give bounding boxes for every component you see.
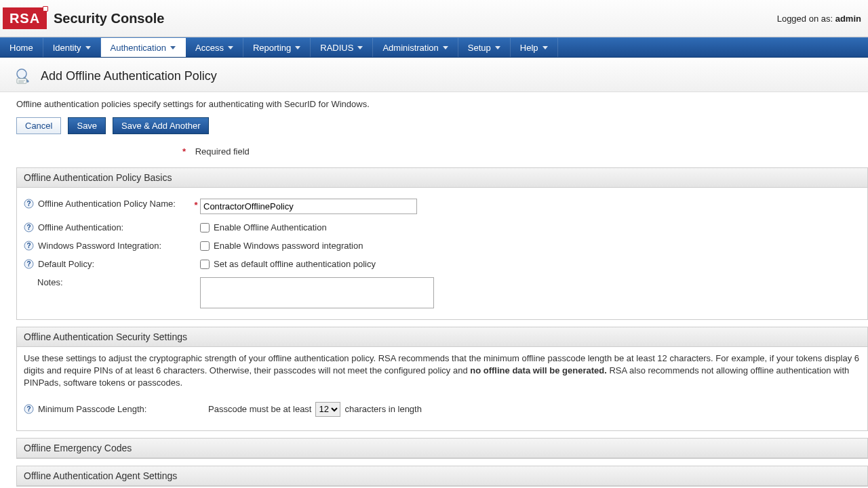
row-min-passcode: ? Minimum Passcode Length: Passcode must…	[22, 398, 862, 424]
policy-icon	[15, 67, 33, 85]
svg-text:?: ?	[26, 260, 31, 268]
chevron-down-icon	[357, 46, 363, 49]
nav-label: Home	[9, 43, 33, 53]
section-emergency-header: Offline Emergency Codes	[17, 439, 867, 458]
help-icon[interactable]: ?	[24, 404, 34, 414]
chevron-down-icon	[85, 46, 91, 49]
content-area: Add Offline Authentication Policy Offlin…	[0, 58, 868, 488]
nav-help[interactable]: Help	[511, 38, 558, 57]
required-note: * Required field	[0, 144, 868, 163]
policy-name-label: Offline Authentication Policy Name:	[38, 199, 176, 209]
nav-label: Reporting	[253, 43, 291, 53]
windows-password-label: Windows Password Integration:	[38, 241, 161, 251]
svg-text:?: ?	[26, 200, 31, 207]
chevron-down-icon	[495, 46, 500, 49]
security-text-bold: no offline data will be generated.	[470, 365, 607, 375]
nav-setup[interactable]: Setup	[458, 38, 511, 57]
nav-label: Setup	[468, 43, 491, 53]
section-basics-header: Offline Authentication Policy Basics	[17, 168, 867, 188]
chevron-down-icon	[170, 46, 176, 49]
nav-identity[interactable]: Identity	[43, 38, 101, 57]
row-policy-name: ? Offline Authentication Policy Name: *	[22, 195, 862, 218]
save-add-another-button[interactable]: Save & Add Another	[113, 117, 209, 134]
default-policy-label: Default Policy:	[38, 259, 94, 269]
rsa-logo: RSA	[3, 7, 47, 29]
nav-authentication[interactable]: Authentication	[101, 38, 186, 57]
windows-password-checkbox[interactable]	[200, 241, 210, 251]
security-description: Use these settings to adjust the cryptog…	[17, 347, 867, 398]
login-info: Logged on as: admin	[777, 14, 861, 24]
chevron-down-icon	[295, 46, 300, 49]
notes-label: Notes:	[37, 277, 63, 287]
section-security-body: ? Minimum Passcode Length: Passcode must…	[17, 398, 867, 430]
policy-name-input[interactable]	[200, 199, 417, 214]
page-description: Offline authentication policies specify …	[0, 92, 868, 117]
required-label: Required field	[195, 146, 250, 157]
default-policy-checkbox[interactable]	[200, 260, 210, 269]
min-passcode-label: Minimum Passcode Length:	[38, 404, 146, 414]
section-security: Offline Authentication Security Settings…	[16, 327, 868, 431]
enable-offline-auth-checkbox[interactable]	[200, 223, 210, 232]
chevron-down-icon	[542, 46, 548, 49]
enable-offline-auth-text: Enable Offline Authentication	[214, 222, 327, 232]
notes-textarea[interactable]	[200, 277, 434, 308]
chevron-down-icon	[228, 46, 233, 49]
help-icon[interactable]: ?	[24, 259, 34, 269]
row-windows-password: ? Windows Password Integration: Enable W…	[22, 237, 862, 255]
save-button[interactable]: Save	[68, 117, 106, 134]
login-prefix: Logged on as:	[777, 14, 835, 24]
section-emergency: Offline Emergency Codes	[16, 438, 868, 459]
help-icon[interactable]: ?	[24, 222, 34, 232]
page-header: Add Offline Authentication Policy	[0, 58, 868, 92]
windows-password-text: Enable Windows password integration	[214, 241, 363, 251]
cancel-button[interactable]: Cancel	[16, 117, 61, 134]
page-title: Add Offline Authentication Policy	[41, 69, 217, 83]
row-default-policy: ? Default Policy: Set as default offline…	[22, 255, 862, 273]
passcode-suffix: characters in length	[344, 404, 421, 414]
offline-auth-label: Offline Authentication:	[38, 222, 123, 232]
required-star: *	[16, 146, 193, 157]
nav-reporting[interactable]: Reporting	[243, 38, 311, 57]
section-basics: Offline Authentication Policy Basics ? O…	[16, 167, 868, 320]
nav-access[interactable]: Access	[186, 38, 243, 57]
section-agent-header: Offline Authentication Agent Settings	[17, 466, 867, 486]
nav-label: Authentication	[111, 43, 166, 53]
nav-label: Access	[195, 43, 224, 53]
main-nav: Home Identity Authentication Access Repo…	[0, 37, 868, 58]
console-title: Security Console	[54, 11, 164, 26]
row-offline-auth: ? Offline Authentication: Enable Offline…	[22, 218, 862, 237]
top-bar: RSA Security Console Logged on as: admin	[0, 0, 868, 37]
nav-radius[interactable]: RADIUS	[311, 38, 373, 57]
svg-text:?: ?	[26, 242, 31, 249]
nav-label: Identity	[53, 43, 81, 53]
help-icon[interactable]: ?	[24, 199, 34, 209]
svg-text:?: ?	[26, 405, 31, 413]
passcode-length-select[interactable]: 12	[315, 402, 340, 417]
brand-area: RSA Security Console	[3, 7, 164, 29]
passcode-prefix: Passcode must be at least	[208, 404, 311, 414]
chevron-down-icon	[443, 46, 448, 49]
button-row-top: Cancel Save Save & Add Another	[0, 117, 868, 144]
row-notes: Notes:	[22, 273, 862, 312]
nav-administration[interactable]: Administration	[373, 38, 458, 57]
required-star: *	[192, 199, 200, 210]
nav-label: RADIUS	[320, 43, 353, 53]
default-policy-text: Set as default offline authentication po…	[214, 259, 376, 269]
nav-label: Help	[520, 43, 538, 53]
login-user: admin	[835, 14, 861, 24]
section-agent: Offline Authentication Agent Settings	[16, 466, 868, 487]
section-basics-body: ? Offline Authentication Policy Name: * …	[17, 188, 867, 319]
section-security-header: Offline Authentication Security Settings	[17, 327, 867, 347]
nav-label: Administration	[382, 43, 438, 53]
nav-home[interactable]: Home	[0, 38, 43, 57]
svg-text:?: ?	[26, 224, 31, 231]
help-icon[interactable]: ?	[24, 241, 34, 251]
